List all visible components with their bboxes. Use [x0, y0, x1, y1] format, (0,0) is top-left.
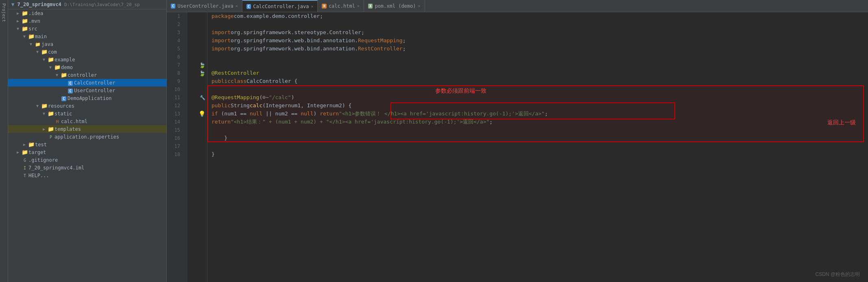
item-icon: G	[21, 157, 28, 163]
sidebar-item-controller[interactable]: ▼📁controller	[8, 71, 166, 79]
item-icon: 📁	[47, 111, 55, 117]
tab-close[interactable]: ✕	[357, 4, 360, 8]
gutter-10	[187, 85, 207, 93]
gutter-3	[187, 28, 207, 37]
sidebar-item-demo[interactable]: ▼📁demo	[8, 63, 166, 71]
item-label: .idea	[28, 11, 43, 16]
tab-CalcController[interactable]: C CalcController.java ✕	[242, 0, 318, 12]
sidebar-item-mvn[interactable]: ▶📁.mvn	[8, 17, 166, 25]
gutter-2	[187, 20, 207, 28]
code-line-9: public class CalcController {	[212, 77, 864, 85]
item-label: templates	[55, 126, 81, 132]
item-label: com	[48, 49, 57, 55]
annotation-1: 参数必须跟前端一致	[435, 86, 486, 95]
line-number-3: 3	[167, 28, 183, 37]
code-content[interactable]: package com.example.demo.controller; imp…	[207, 12, 868, 282]
item-label: example	[55, 57, 75, 63]
item-label: 7_20_springmvc4.iml	[28, 165, 84, 171]
item-label: java	[41, 41, 53, 47]
code-line-16: }	[212, 134, 864, 142]
item-icon: 📁	[28, 33, 35, 39]
gutter-5	[187, 45, 207, 53]
sidebar-item-com[interactable]: ▼📁com	[8, 48, 166, 56]
sidebar-item-CalcController[interactable]: CCalcController	[8, 79, 166, 87]
folder-arrow: ▼	[28, 42, 34, 46]
code-line-6	[212, 53, 864, 61]
code-editor: 123456789101112131415161718 🍃🍃🔧💡 package…	[167, 12, 868, 282]
item-label: test	[35, 142, 47, 148]
gutter-icons: 🍃🍃🔧💡	[187, 12, 207, 282]
line-number-13: 13	[167, 110, 183, 118]
folder-arrow: ▶	[15, 19, 21, 23]
gutter-16	[187, 134, 207, 142]
gutter-14	[187, 118, 207, 126]
project-tab[interactable]: Project	[0, 0, 8, 282]
item-icon: 📁	[21, 26, 28, 32]
folder-arrow: ▼	[47, 65, 54, 69]
code-line-17	[212, 142, 864, 150]
tab-calc_html[interactable]: H calc.html ✕	[318, 0, 364, 12]
item-label: HELP...	[28, 173, 49, 178]
item-icon: 📁	[47, 126, 55, 132]
sidebar-item-UserController[interactable]: CUserController	[8, 87, 166, 94]
folder-arrow: ▼	[34, 50, 41, 54]
sidebar-item-example[interactable]: ▼📁example	[8, 56, 166, 63]
line-number-5: 5	[167, 45, 183, 53]
tab-label: calc.html	[329, 3, 355, 9]
item-label: UserController	[74, 88, 115, 93]
gutter-12	[187, 102, 207, 110]
tab-close[interactable]: ✕	[311, 4, 313, 9]
line-numbers: 123456789101112131415161718	[167, 12, 187, 282]
editor-area: C UserController.java ✕ C CalcController…	[167, 0, 868, 282]
item-icon: 📁	[47, 56, 55, 63]
folder-arrow: ▶	[15, 11, 21, 15]
item-label: application.properties	[55, 134, 119, 140]
line-number-17: 17	[167, 142, 183, 150]
sidebar-item-static[interactable]: ▼📁static	[8, 110, 166, 117]
line-number-14: 14	[167, 118, 183, 126]
tab-UserController[interactable]: C UserController.java ✕	[167, 0, 242, 12]
item-icon: C	[60, 95, 68, 101]
sidebar-item-idea[interactable]: ▶📁.idea	[8, 9, 166, 17]
tab-icon: C	[246, 4, 251, 9]
code-line-10	[212, 85, 864, 93]
tab-pom_xml[interactable]: X pom.xml (demo) ✕	[364, 0, 425, 12]
item-icon: C	[67, 87, 74, 93]
gutter-18	[187, 150, 207, 158]
tab-close[interactable]: ✕	[236, 4, 238, 8]
sidebar-item-target[interactable]: ▶📁target	[8, 148, 166, 156]
item-icon: 📁	[21, 18, 28, 24]
code-line-5: import org.springframework.web.bind.anno…	[212, 45, 864, 53]
item-icon: 📁	[60, 72, 68, 78]
sidebar-item-DemoApplication[interactable]: CDemoApplication	[8, 94, 166, 102]
sidebar-item-java[interactable]: ▼📁java	[8, 40, 166, 48]
item-icon: 📁	[34, 41, 41, 47]
sidebar-item-main[interactable]: ▼📁main	[8, 33, 166, 40]
item-label: target	[28, 150, 46, 155]
sidebar-item-application_properties[interactable]: Papplication.properties	[8, 133, 166, 141]
sidebar-item-test[interactable]: ▶📁test	[8, 141, 166, 148]
item-label: CalcController	[74, 80, 115, 86]
folder-arrow: ▶	[21, 142, 28, 147]
item-icon: H	[54, 118, 61, 124]
sidebar-item-resources[interactable]: ▼📁resources	[8, 102, 166, 110]
sidebar-item-iml[interactable]: I7_20_springmvc4.iml	[8, 164, 166, 171]
item-icon: 📁	[21, 149, 28, 155]
sidebar-item-calc_html[interactable]: Hcalc.html	[8, 117, 166, 125]
code-line-18: }	[212, 150, 864, 158]
line-number-1: 1	[167, 12, 183, 20]
tab-close[interactable]: ✕	[418, 4, 421, 8]
main-container: Project ▼ 7_20_springmvc4 D:\Training\Ja…	[0, 0, 868, 282]
item-label: static	[55, 111, 72, 117]
gutter-13: 💡	[187, 110, 207, 118]
sidebar-item-src[interactable]: ▼📁src	[8, 25, 166, 33]
line-number-6: 6	[167, 53, 183, 61]
item-icon: C	[67, 80, 74, 86]
folder-arrow: ▼	[54, 73, 60, 77]
sidebar-item-templates[interactable]: ▶📁templates	[8, 125, 166, 133]
tab-label: pom.xml (demo)	[375, 3, 416, 9]
item-label: .mvn	[28, 18, 40, 24]
sidebar-item-help[interactable]: THELP...	[8, 171, 166, 179]
item-icon: 📁	[54, 64, 61, 70]
sidebar-item-gitignore[interactable]: G.gitignore	[8, 156, 166, 164]
